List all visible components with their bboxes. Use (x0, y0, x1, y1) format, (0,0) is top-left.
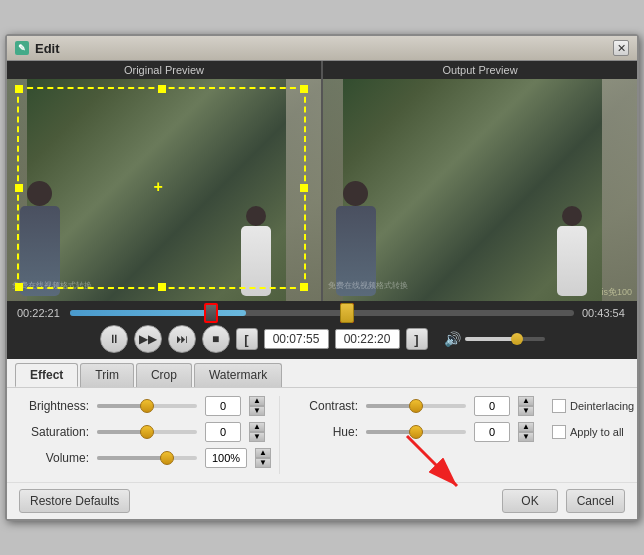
saturation-knob[interactable] (140, 425, 154, 439)
start-time-input[interactable] (264, 329, 329, 349)
original-video-bg: 免费在线视频格式转换 + (7, 79, 321, 301)
end-time-input[interactable] (335, 329, 400, 349)
settings-left-col: Brightness: ▲ ▼ Saturation: (19, 396, 271, 474)
building-decoration (286, 79, 321, 301)
ok-cancel-area: OK Cancel (502, 489, 625, 513)
timeline-handle-left[interactable] (204, 303, 218, 323)
saturation-down[interactable]: ▼ (249, 432, 265, 442)
bracket-left-button[interactable]: [ (236, 328, 258, 350)
timeline-position-handle[interactable] (340, 303, 354, 323)
watermark: 免费在线视频格式转换 (12, 280, 92, 291)
tab-watermark[interactable]: Watermark (194, 363, 282, 387)
contrast-down[interactable]: ▼ (518, 406, 534, 416)
contrast-label: Contrast: (288, 399, 358, 413)
output-video-bg: 免费在线视频格式转换 is免100 (323, 79, 637, 301)
tab-crop[interactable]: Crop (136, 363, 192, 387)
volume-ctrl-fill (97, 456, 167, 460)
body2 (241, 226, 271, 296)
contrast-knob[interactable] (409, 399, 423, 413)
fast-forward-button[interactable]: ▶▶ (134, 325, 162, 353)
original-video-frame: 免费在线视频格式转换 + (7, 79, 321, 301)
apply-to-all-checkbox[interactable] (552, 425, 566, 439)
contrast-track[interactable] (366, 404, 466, 408)
figure-decoration (27, 181, 60, 296)
site-watermark: is免100 (601, 286, 632, 299)
restore-defaults-button[interactable]: Restore Defaults (19, 489, 130, 513)
brightness-label: Brightness: (19, 399, 89, 413)
tab-effect[interactable]: Effect (15, 363, 78, 387)
saturation-row: Saturation: ▲ ▼ (19, 422, 271, 442)
svg-line-1 (407, 436, 457, 486)
apply-to-all-label: Apply to all (570, 426, 624, 438)
figure2-decoration (246, 206, 271, 296)
volume-down[interactable]: ▼ (255, 458, 271, 468)
title-bar: ✎ Edit ✕ (7, 36, 637, 61)
app-icon: ✎ (15, 41, 29, 55)
saturation-label: Saturation: (19, 425, 89, 439)
volume-area: 🔊 (444, 331, 545, 347)
timeline-track[interactable] (70, 310, 574, 316)
controls-area: 00:22:21 00:43:54 ⏸ ▶▶ ⏭ ■ [ ] 🔊 (7, 301, 637, 359)
volume-ctrl-track[interactable] (97, 456, 197, 460)
brightness-row: Brightness: ▲ ▼ (19, 396, 271, 416)
volume-label: Volume: (19, 451, 89, 465)
deinterlacing-label: Deinterlacing (570, 400, 634, 412)
timeline-row: 00:22:21 00:43:54 (17, 307, 627, 319)
brightness-slider (97, 404, 197, 408)
contrast-value[interactable] (474, 396, 510, 416)
hue-value[interactable] (474, 422, 510, 442)
out-body2 (557, 226, 587, 296)
saturation-spinner: ▲ ▼ (249, 422, 265, 442)
output-preview-panel: Output Preview 免费在线视频格式转换 is免100 (323, 61, 637, 301)
volume-track[interactable] (465, 337, 545, 341)
volume-value[interactable] (205, 448, 247, 468)
brightness-up[interactable]: ▲ (249, 396, 265, 406)
settings-area: Brightness: ▲ ▼ Saturation: (7, 388, 637, 482)
output-preview-label: Output Preview (323, 61, 637, 79)
brightness-spinner: ▲ ▼ (249, 396, 265, 416)
ok-button[interactable]: OK (502, 489, 557, 513)
volume-icon: 🔊 (444, 331, 461, 347)
cancel-button[interactable]: Cancel (566, 489, 625, 513)
original-preview-label: Original Preview (7, 61, 321, 79)
contrast-up[interactable]: ▲ (518, 396, 534, 406)
timeline-start: 00:22:21 (17, 307, 62, 319)
playback-row: ⏸ ▶▶ ⏭ ■ [ ] 🔊 (17, 325, 627, 353)
volume-ctrl-knob[interactable] (160, 451, 174, 465)
skip-button[interactable]: ⏭ (168, 325, 196, 353)
contrast-row: Contrast: ▲ ▼ Deinterlacing (288, 396, 634, 416)
head2 (246, 206, 266, 226)
brightness-value[interactable] (205, 396, 241, 416)
window-title: Edit (35, 41, 60, 56)
tab-trim[interactable]: Trim (80, 363, 134, 387)
crop-handle-bm[interactable] (158, 283, 166, 291)
settings-columns: Brightness: ▲ ▼ Saturation: (19, 396, 625, 474)
hue-up[interactable]: ▲ (518, 422, 534, 432)
bottom-area: Restore Defaults OK Cancel (7, 482, 637, 519)
volume-row: Volume: ▲ ▼ (19, 448, 271, 468)
hue-spinner: ▲ ▼ (518, 422, 534, 442)
volume-slider-ctrl (97, 456, 197, 460)
saturation-track[interactable] (97, 430, 197, 434)
close-button[interactable]: ✕ (613, 40, 629, 56)
volume-up[interactable]: ▲ (255, 448, 271, 458)
brightness-track[interactable] (97, 404, 197, 408)
output-video-frame: 免费在线视频格式转换 is免100 (323, 79, 637, 301)
saturation-up[interactable]: ▲ (249, 422, 265, 432)
hue-down[interactable]: ▼ (518, 432, 534, 442)
out-watermark: 免费在线视频格式转换 (328, 280, 408, 291)
out-figure (343, 181, 376, 296)
brightness-down[interactable]: ▼ (249, 406, 265, 416)
volume-knob[interactable] (511, 333, 523, 345)
volume-spinner: ▲ ▼ (255, 448, 271, 468)
bracket-right-button[interactable]: ] (406, 328, 428, 350)
pause-button[interactable]: ⏸ (100, 325, 128, 353)
brightness-knob[interactable] (140, 399, 154, 413)
crop-handle-tm[interactable] (158, 85, 166, 93)
stop-button[interactable]: ■ (202, 325, 230, 353)
saturation-value[interactable] (205, 422, 241, 442)
out-head (343, 181, 368, 206)
red-arrow (397, 431, 477, 501)
edit-window: ✎ Edit ✕ Original Preview (5, 34, 639, 521)
deinterlacing-checkbox[interactable] (552, 399, 566, 413)
